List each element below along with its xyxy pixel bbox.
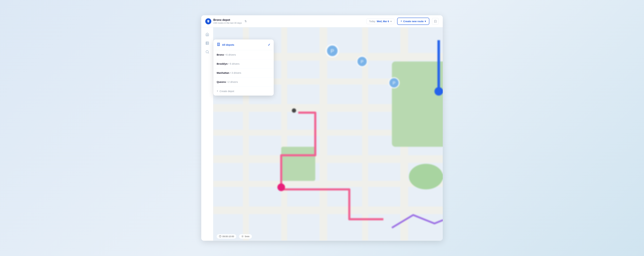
depot-item-name-brooklyn: Brooklyn [217, 62, 228, 65]
depot-item-bronx[interactable]: Bronx • 6 drivers [213, 50, 274, 59]
sidebar-item-search[interactable] [204, 48, 211, 56]
depot-chevron-icon: ⇅ [244, 20, 247, 23]
app-window: Bronx depot 248 routes in the last 30 da… [201, 15, 443, 240]
depot-subtitle: 248 routes in the last 30 days [213, 22, 242, 24]
depot-info: Bronx depot 248 routes in the last 30 da… [213, 18, 242, 24]
create-route-chevron-icon: ▾ [425, 20, 426, 23]
depot-selector[interactable]: Bronx depot 248 routes in the last 30 da… [205, 18, 247, 24]
bookmark-button[interactable] [432, 18, 439, 25]
distance-badge: 5min [239, 234, 252, 239]
depot-separator-bronx: • 6 drivers [224, 53, 236, 56]
dropdown-all-depots[interactable]: All depots ✓ [213, 40, 274, 50]
time-badge: 09:00-10:00 [217, 234, 236, 239]
plus-icon: + [400, 20, 402, 23]
depot-item-name-manhattan: Manhattan [217, 71, 229, 74]
depot-item-brooklyn[interactable]: Brooklyn • 5 drivers [213, 59, 274, 68]
depot-pin-icon [205, 18, 211, 24]
create-route-button[interactable]: + Create new route ▾ [397, 18, 429, 25]
distance-label: 5min [245, 235, 250, 238]
depot-item-name-queens: Queens [217, 80, 226, 83]
sidebar [201, 27, 213, 240]
main-content: All depots ✓ Bronx • 6 drivers Brooklyn … [201, 27, 443, 240]
depot-item-queens[interactable]: Queens • 2 drivers [213, 77, 274, 86]
depot-separator-manhattan: • 3 drivers [229, 71, 241, 74]
bottom-bar: 09:00-10:00 5min [213, 232, 443, 241]
dropdown-header-left: All depots [217, 43, 234, 47]
date-selector[interactable]: Today Wed, Mar 6 ▾ [366, 19, 394, 24]
all-depots-label: All depots [222, 43, 234, 46]
date-today-label: Today [369, 20, 375, 23]
svg-point-42 [242, 236, 243, 237]
create-route-label: Create new route [403, 20, 424, 23]
time-label: 09:00-10:00 [222, 235, 234, 238]
depot-building-icon [217, 43, 220, 47]
depot-item-name-bronx: Bronx [217, 53, 224, 56]
create-depot-button[interactable]: + Create depot [213, 86, 274, 96]
selected-checkmark-icon: ✓ [268, 43, 270, 47]
depot-dropdown: All depots ✓ Bronx • 6 drivers Brooklyn … [213, 40, 274, 96]
create-depot-plus-icon: + [217, 89, 218, 93]
dropdown-panel: All depots ✓ Bronx • 6 drivers Brooklyn … [213, 40, 274, 96]
header: Bronx depot 248 routes in the last 30 da… [201, 15, 443, 27]
depot-separator-queens: • 2 drivers [226, 80, 238, 83]
depot-name: Bronx depot [213, 18, 242, 22]
create-depot-label: Create depot [220, 90, 234, 93]
depot-separator-brooklyn: • 5 drivers [228, 62, 240, 65]
svg-line-5 [208, 53, 209, 53]
sidebar-item-home[interactable] [204, 31, 211, 38]
sidebar-item-analytics[interactable] [204, 40, 211, 47]
depot-item-manhattan[interactable]: Manhattan • 3 drivers [213, 68, 274, 77]
svg-rect-0 [206, 42, 209, 45]
date-chevron-icon: ▾ [390, 20, 392, 23]
date-value: Wed, Mar 6 [377, 20, 389, 23]
